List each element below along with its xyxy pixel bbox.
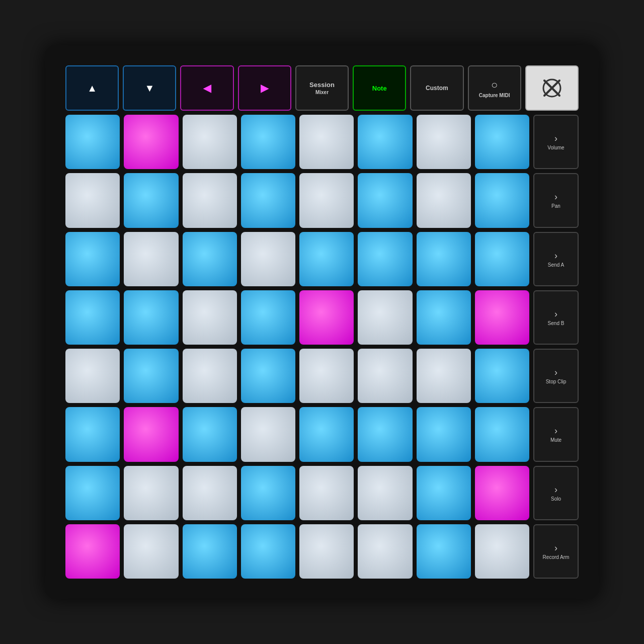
pad-r7-c4[interactable] <box>299 524 354 579</box>
pad-r5-c3[interactable] <box>241 407 295 461</box>
pad-r2-c5[interactable] <box>358 232 412 286</box>
pad-r7-c0[interactable] <box>65 524 120 579</box>
btn-pan[interactable]: › Pan <box>533 173 579 227</box>
pad-r2-c0[interactable] <box>65 232 120 286</box>
send-a-label: Send A <box>548 262 564 268</box>
side-buttons: › Volume › Pan › Send A › Send B › Stop … <box>533 115 579 579</box>
record-arm-arrow-icon: › <box>554 543 557 553</box>
pad-r3-c0[interactable] <box>65 290 120 345</box>
pad-r6-c1[interactable] <box>124 466 178 520</box>
pad-r1-c0[interactable] <box>65 173 120 227</box>
pad-r4-c4[interactable] <box>299 349 354 403</box>
btn-down[interactable]: ▼ <box>123 65 176 111</box>
btn-stop-all[interactable] <box>525 65 579 111</box>
btn-left[interactable]: ◀ <box>180 65 233 111</box>
btn-custom[interactable]: Custom <box>410 65 463 111</box>
pad-r0-c2[interactable] <box>183 115 237 169</box>
volume-label: Volume <box>547 145 564 150</box>
pad-r7-c5[interactable] <box>358 524 412 579</box>
pad-r7-c6[interactable] <box>417 524 471 579</box>
pad-r5-c6[interactable] <box>417 407 471 461</box>
pad-r0-c3[interactable] <box>241 115 295 169</box>
pad-r6-c0[interactable] <box>65 466 120 520</box>
pad-r6-c5[interactable] <box>358 466 412 520</box>
pad-r5-c5[interactable] <box>358 407 412 461</box>
stop-clip-label: Stop Clip <box>546 379 567 384</box>
pad-r4-c6[interactable] <box>417 349 471 403</box>
stop-all-icon <box>542 78 562 98</box>
pad-r0-c4[interactable] <box>299 115 354 169</box>
capture-label: Capture MIDI <box>479 93 510 98</box>
btn-solo[interactable]: › Solo <box>533 466 579 520</box>
up-arrow-icon: ▲ <box>87 83 97 94</box>
pad-r4-c5[interactable] <box>358 349 412 403</box>
pad-r3-c1[interactable] <box>124 290 178 345</box>
pad-r2-c1[interactable] <box>124 232 178 286</box>
left-arrow-icon: ◀ <box>203 82 211 94</box>
btn-mute[interactable]: › Mute <box>533 407 579 461</box>
pad-r7-c3[interactable] <box>241 524 295 579</box>
pad-r1-c3[interactable] <box>241 173 295 227</box>
pad-r2-c6[interactable] <box>417 232 471 286</box>
pad-r5-c4[interactable] <box>299 407 354 461</box>
pad-r6-c3[interactable] <box>241 466 295 520</box>
pad-r4-c1[interactable] <box>124 349 178 403</box>
btn-up[interactable]: ▲ <box>65 65 119 111</box>
pad-r0-c0[interactable] <box>65 115 120 169</box>
pad-r0-c6[interactable] <box>417 115 471 169</box>
pad-r1-c2[interactable] <box>183 173 237 227</box>
custom-label: Custom <box>426 85 448 92</box>
pad-r5-c1[interactable] <box>124 407 178 461</box>
btn-capture[interactable]: ○ Capture MIDI <box>468 65 521 111</box>
pad-r6-c4[interactable] <box>299 466 354 520</box>
pad-r4-c3[interactable] <box>241 349 295 403</box>
pad-r6-c7[interactable] <box>475 466 529 520</box>
pad-r5-c7[interactable] <box>475 407 529 461</box>
btn-right[interactable]: ▶ <box>238 65 291 111</box>
pad-r2-c3[interactable] <box>241 232 295 286</box>
pad-r6-c6[interactable] <box>417 466 471 520</box>
pad-r5-c2[interactable] <box>183 407 237 461</box>
pad-r4-c7[interactable] <box>475 349 529 403</box>
pad-r1-c6[interactable] <box>417 173 471 227</box>
pad-r4-c0[interactable] <box>65 349 120 403</box>
pad-r0-c5[interactable] <box>358 115 412 169</box>
pad-r0-c1[interactable] <box>124 115 178 169</box>
btn-volume[interactable]: › Volume <box>533 115 579 169</box>
btn-session[interactable]: Session Mixer <box>295 65 349 111</box>
launchpad-controller: ▲ ▼ ◀ ▶ Session Mixer Note Custom ○ Capt… <box>45 45 599 599</box>
pad-r2-c2[interactable] <box>183 232 237 286</box>
pad-r2-c4[interactable] <box>299 232 354 286</box>
pad-r3-c3[interactable] <box>241 290 295 345</box>
pad-r6-c2[interactable] <box>183 466 237 520</box>
pad-r1-c7[interactable] <box>475 173 529 227</box>
btn-stop-clip[interactable]: › Stop Clip <box>533 349 579 403</box>
top-button-row: ▲ ▼ ◀ ▶ Session Mixer Note Custom ○ Capt… <box>65 65 579 111</box>
pad-r1-c1[interactable] <box>124 173 178 227</box>
pad-r2-c7[interactable] <box>475 232 529 286</box>
pan-arrow-icon: › <box>554 192 557 202</box>
pad-r5-c0[interactable] <box>65 407 120 461</box>
pad-r3-c6[interactable] <box>417 290 471 345</box>
mute-arrow-icon: › <box>554 426 557 436</box>
pad-r3-c2[interactable] <box>183 290 237 345</box>
pad-r1-c5[interactable] <box>358 173 412 227</box>
pad-r3-c5[interactable] <box>358 290 412 345</box>
right-arrow-icon: ▶ <box>261 82 268 94</box>
pad-r1-c4[interactable] <box>299 173 354 227</box>
pad-r3-c4[interactable] <box>299 290 354 345</box>
pad-r4-c2[interactable] <box>183 349 237 403</box>
mute-label: Mute <box>550 437 561 443</box>
pad-r0-c7[interactable] <box>475 115 529 169</box>
main-area: › Volume › Pan › Send A › Send B › Stop … <box>65 115 579 579</box>
pad-r7-c7[interactable] <box>475 524 529 579</box>
pad-r3-c7[interactable] <box>475 290 529 345</box>
send-a-arrow-icon: › <box>554 251 557 261</box>
btn-send-a[interactable]: › Send A <box>533 232 579 286</box>
btn-send-b[interactable]: › Send B <box>533 290 579 345</box>
btn-note[interactable]: Note <box>353 65 406 111</box>
pad-r7-c2[interactable] <box>183 524 237 579</box>
session-label-sub: Mixer <box>315 90 329 95</box>
pad-r7-c1[interactable] <box>124 524 178 579</box>
btn-record-arm[interactable]: › Record Arm <box>533 524 579 579</box>
